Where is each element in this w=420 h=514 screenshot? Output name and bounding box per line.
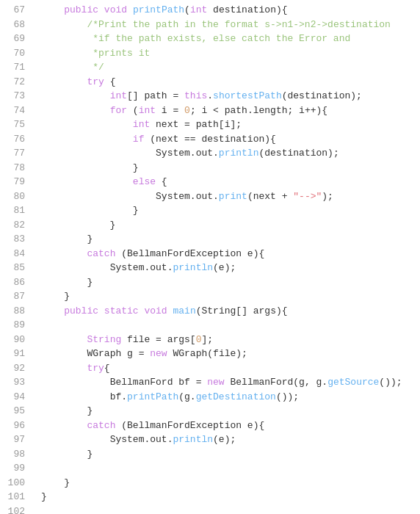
- code-token: println: [219, 148, 259, 159]
- code-token: [41, 363, 87, 374]
- code-token: ; i < path.length; i++){: [190, 105, 327, 116]
- code-token: int: [139, 105, 156, 116]
- code-line: else {: [41, 175, 420, 189]
- code-token: bf.: [110, 391, 127, 402]
- line-number: 85: [4, 261, 25, 275]
- code-token: println: [173, 262, 213, 273]
- code-line: [41, 318, 420, 333]
- code-token: [98, 305, 104, 316]
- code-token: [41, 377, 110, 388]
- code-token: bf =: [173, 377, 207, 388]
- line-number: 67: [4, 3, 25, 18]
- code-token: printPath: [133, 4, 184, 15]
- line-number: 68: [4, 18, 25, 32]
- code-line: }: [41, 289, 420, 304]
- code-token: WGraph: [87, 348, 121, 359]
- code-token: }: [41, 205, 139, 216]
- code-token: }: [41, 234, 93, 245]
- code-token: [41, 262, 110, 273]
- code-token: *if the path exists, else catch the Erro…: [93, 33, 350, 44]
- line-number: 101: [4, 490, 25, 504]
- code-line: int next = path[i];: [41, 117, 420, 132]
- code-token: if: [133, 134, 145, 145]
- line-number: 89: [4, 318, 25, 333]
- line-number: 100: [4, 476, 25, 491]
- code-line: for (int i = 0; i < path.length; i++){: [41, 104, 420, 118]
- line-number: 71: [4, 60, 25, 75]
- line-number: 81: [4, 203, 25, 218]
- code-token: [41, 420, 87, 431]
- code-token: [98, 4, 104, 15]
- code-token: [41, 4, 64, 15]
- code-token: public: [64, 4, 98, 15]
- code-token: {: [156, 176, 167, 187]
- line-number: 102: [4, 504, 25, 515]
- code-token: print: [219, 191, 247, 202]
- code-token: .out.: [190, 191, 219, 202]
- code-token: [41, 248, 87, 259]
- code-token: main: [173, 305, 196, 316]
- code-token: [41, 90, 110, 101]
- code-token: (g.: [178, 391, 195, 402]
- code-token: [41, 33, 93, 44]
- code-token: ];: [201, 334, 213, 345]
- code-token: printPath: [127, 391, 178, 402]
- code-token: {: [104, 76, 116, 87]
- code-line: try {: [41, 75, 420, 90]
- code-line: /*Print the path in the format s->n1->n2…: [41, 18, 420, 32]
- line-number: 97: [4, 432, 25, 447]
- code-token: (file);: [207, 348, 247, 359]
- code-token: (g, g.: [293, 377, 327, 388]
- code-token: [41, 305, 64, 316]
- line-number: 87: [4, 289, 25, 304]
- code-token: (BellmanFordException e){: [115, 248, 264, 259]
- code-token: [41, 334, 87, 345]
- code-token: [41, 348, 87, 359]
- line-number: 74: [4, 104, 25, 118]
- code-token: (next == destination){: [144, 134, 275, 145]
- code-token: [41, 191, 156, 202]
- code-token: static: [104, 305, 139, 316]
- code-token: ());: [379, 377, 402, 388]
- line-number: 98: [4, 447, 25, 462]
- code-token: g =: [121, 348, 150, 359]
- line-number: 72: [4, 75, 25, 90]
- code-token: getDestination: [196, 391, 276, 402]
- line-number: 70: [4, 46, 25, 61]
- code-token: destination){: [207, 4, 287, 15]
- code-token: file = args[: [121, 334, 195, 345]
- code-token: .out.: [144, 262, 173, 273]
- code-token: new: [207, 377, 224, 388]
- code-token: [41, 19, 87, 30]
- code-line: try{: [41, 361, 420, 376]
- line-number: 69: [4, 32, 25, 46]
- code-line: public static void main(String[] args){: [41, 304, 420, 319]
- code-line: [41, 461, 420, 476]
- code-token: /*Print the path in the format s->n1->n2…: [87, 19, 390, 30]
- code-line: }: [41, 232, 420, 247]
- code-token: System: [110, 434, 145, 445]
- code-token: for: [110, 105, 127, 116]
- code-token: [41, 176, 133, 187]
- code-line: }: [41, 476, 420, 491]
- code-line: *prints it: [41, 46, 420, 61]
- code-line: }: [41, 490, 420, 504]
- line-number: 99: [4, 461, 25, 476]
- code-token: [41, 48, 93, 59]
- code-line: }: [41, 275, 420, 290]
- code-token: .: [207, 90, 213, 101]
- line-number: 84: [4, 247, 25, 261]
- code-editor: 6768697071727374757677787980818283848586…: [0, 0, 420, 514]
- code-token: System: [156, 191, 190, 202]
- code-token: public: [64, 305, 98, 316]
- line-number: 78: [4, 161, 25, 175]
- code-token: [41, 119, 133, 130]
- code-token: [41, 391, 110, 402]
- code-line: }: [41, 218, 420, 233]
- line-number: 86: [4, 275, 25, 290]
- code-token: i =: [156, 105, 184, 116]
- code-token: BellmanFord: [110, 377, 173, 388]
- code-line: System.out.println(destination);: [41, 146, 420, 161]
- line-number: 76: [4, 132, 25, 147]
- code-token: [127, 4, 133, 15]
